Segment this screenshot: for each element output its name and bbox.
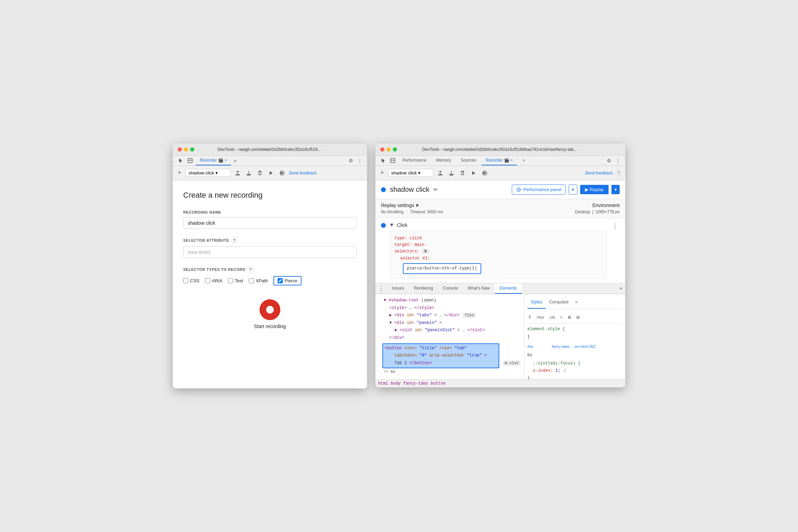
- start-recording-btn[interactable]: [260, 299, 280, 320]
- replay-settings-left: Replay settings No throttling | Timeout:…: [381, 203, 575, 214]
- styles-panel: Styles Computed » F :hov .cls + 🖥 ⊞ elem…: [525, 294, 625, 379]
- replay-settings-title[interactable]: Replay settings: [381, 203, 575, 208]
- delete-btn-left[interactable]: [256, 169, 264, 177]
- pierce-checkbox[interactable]: [278, 278, 283, 283]
- add-recording-btn[interactable]: +: [176, 168, 183, 178]
- issues-tab[interactable]: Issues: [387, 283, 409, 294]
- styles-more-tabs[interactable]: »: [572, 297, 581, 309]
- replay-once-btn-left[interactable]: [267, 169, 275, 177]
- left-window-title: DevTools - rawgit.com/ebidel/2d2bb0cdec3…: [176, 147, 362, 152]
- memory-tab[interactable]: Memory: [432, 156, 455, 165]
- environment-label: Environment: [575, 203, 620, 208]
- z-index-info-icon[interactable]: ℹ: [564, 369, 566, 373]
- step-expand-icon[interactable]: [390, 224, 393, 226]
- recorder-tab-right[interactable]: Recorder 🎬 ×: [482, 156, 517, 165]
- close-bottom-panel-btn[interactable]: ×: [617, 284, 625, 293]
- selector-attribute-input[interactable]: [183, 246, 357, 258]
- replay-btn-left[interactable]: [278, 169, 286, 177]
- sources-tab[interactable]: Sources: [457, 156, 480, 165]
- xpath-checkbox[interactable]: [249, 278, 254, 283]
- replay-main-btn[interactable]: ▶ Replay: [580, 185, 609, 194]
- css-checkbox-label[interactable]: CSS: [183, 278, 200, 283]
- cls-btn[interactable]: .cls: [547, 313, 557, 322]
- breadcrumb-html[interactable]: html: [378, 381, 388, 386]
- help-icon-right[interactable]: ?: [616, 170, 622, 176]
- layout-icon[interactable]: ⊞: [575, 313, 581, 322]
- record-inner-dot: [266, 306, 274, 314]
- hover-state-btn[interactable]: :hov: [535, 313, 545, 322]
- create-recording-title: Create a new recording: [183, 191, 357, 200]
- right-cursor-icon[interactable]: [379, 156, 387, 165]
- left-cursor-icon[interactable]: [176, 156, 185, 165]
- selector-num-label: selector #1:: [400, 256, 430, 261]
- console-tab[interactable]: Console: [438, 283, 463, 294]
- send-feedback-link-right[interactable]: Send feedback: [585, 171, 613, 175]
- styles-tab[interactable]: Styles: [527, 297, 546, 309]
- delete-btn-right[interactable]: [458, 169, 467, 177]
- replay-btn-right[interactable]: [481, 169, 489, 177]
- left-more-tabs-btn[interactable]: »: [232, 156, 238, 165]
- upload-btn-right[interactable]: [436, 169, 444, 177]
- recording-selector-left[interactable]: shadow click ▾: [186, 169, 231, 177]
- type-val: click: [409, 236, 422, 241]
- bottom-panel-dots[interactable]: ⋮: [375, 283, 387, 294]
- selector-types-help-icon[interactable]: ?: [248, 266, 254, 273]
- performance-tab[interactable]: Performance: [398, 156, 431, 165]
- breadcrumb-body[interactable]: body: [391, 381, 401, 386]
- dom-panel: ▼ #shadow-root (open) <style> … </style>…: [375, 294, 525, 379]
- devtools-content: ▼ #shadow-root (open) <style> … </style>…: [375, 294, 625, 379]
- dom-selected-element[interactable]: <button slot= "title" role= "tab" tabind…: [382, 343, 499, 369]
- more-devtools-tabs[interactable]: »: [518, 156, 529, 165]
- recording-selector-right[interactable]: shadow click ▾: [388, 169, 433, 177]
- slot-badge: ⊞ slot: [503, 361, 520, 366]
- recording-name-input[interactable]: [183, 217, 357, 229]
- xpath-checkbox-label[interactable]: XPath: [249, 278, 268, 283]
- dom-breadcrumb: html body fancy-tabs button: [375, 379, 625, 387]
- slotted-rule-close: }: [527, 375, 622, 379]
- download-btn-left[interactable]: [245, 169, 253, 177]
- selector-attribute-help-icon[interactable]: ?: [231, 237, 238, 243]
- right-devtools-window: DevTools - rawgit.com/ebidel/2d2bb0cdec3…: [375, 144, 625, 387]
- z-index-prop: z-index: 1; ℹ: [527, 367, 622, 375]
- performance-panel-dropdown-btn[interactable]: ▾: [569, 185, 577, 195]
- step-click-row: Click type: click target: main selectors…: [375, 218, 625, 283]
- left-recorder-tab[interactable]: Recorder 🎬 ×: [196, 156, 231, 165]
- left-dock-icon[interactable]: [186, 156, 194, 165]
- left-more-btn[interactable]: ⋮: [356, 156, 364, 165]
- styles-source-link[interactable]: #ta fancy-tabs-…mo.html:302: [527, 343, 622, 350]
- send-feedback-link-left[interactable]: Send feedback: [289, 171, 317, 175]
- performance-panel-btn[interactable]: Performance panel: [512, 185, 566, 195]
- dom-line-panels: ▼ <div id= "panels" >: [378, 319, 521, 327]
- breadcrumb-button[interactable]: button: [431, 381, 445, 386]
- left-settings-btn[interactable]: ⚙: [347, 156, 355, 165]
- edit-name-icon[interactable]: ✏: [433, 186, 438, 193]
- aria-checkbox-label[interactable]: ARIA: [205, 278, 222, 283]
- css-checkbox[interactable]: [183, 278, 188, 283]
- left-devtools-window: DevTools - rawgit.com/ebidel/2d2bb0cdec3…: [173, 144, 367, 388]
- upload-btn-left[interactable]: [234, 169, 242, 177]
- step-more-btn[interactable]: ⋮: [611, 222, 620, 230]
- left-tab-bar: Recorder 🎬 × » ⚙ ⋮: [173, 156, 367, 166]
- pierce-checkbox-wrapper: Pierce: [273, 276, 302, 285]
- replay-once-btn-right[interactable]: [469, 169, 478, 177]
- rendering-tab[interactable]: Rendering: [409, 283, 438, 294]
- device-icon[interactable]: 🖥: [566, 313, 573, 322]
- computed-tab[interactable]: Computed: [546, 297, 572, 309]
- right-more-btn[interactable]: ⋮: [614, 156, 622, 165]
- right-settings-btn[interactable]: ⚙: [605, 156, 613, 165]
- breadcrumb-fancy-tabs[interactable]: fancy-tabs: [403, 381, 428, 386]
- text-checkbox[interactable]: [228, 278, 233, 283]
- start-recording-label: Start recording: [254, 324, 286, 329]
- add-recording-btn-right[interactable]: +: [379, 168, 385, 178]
- aria-checkbox[interactable]: [205, 278, 210, 283]
- replay-dropdown-btn[interactable]: ▾: [611, 185, 620, 194]
- text-checkbox-label[interactable]: Text: [228, 278, 243, 283]
- add-style-btn[interactable]: +: [559, 313, 564, 322]
- right-dock-icon[interactable]: [389, 156, 397, 165]
- whats-new-tab[interactable]: What's New: [463, 283, 495, 294]
- download-btn-right[interactable]: [447, 169, 456, 177]
- type-key: type:: [394, 236, 407, 241]
- elements-tab[interactable]: Elements: [495, 283, 522, 294]
- pierce-checkbox-label[interactable]: Pierce: [278, 278, 297, 283]
- filter-styles-input[interactable]: F: [527, 313, 533, 322]
